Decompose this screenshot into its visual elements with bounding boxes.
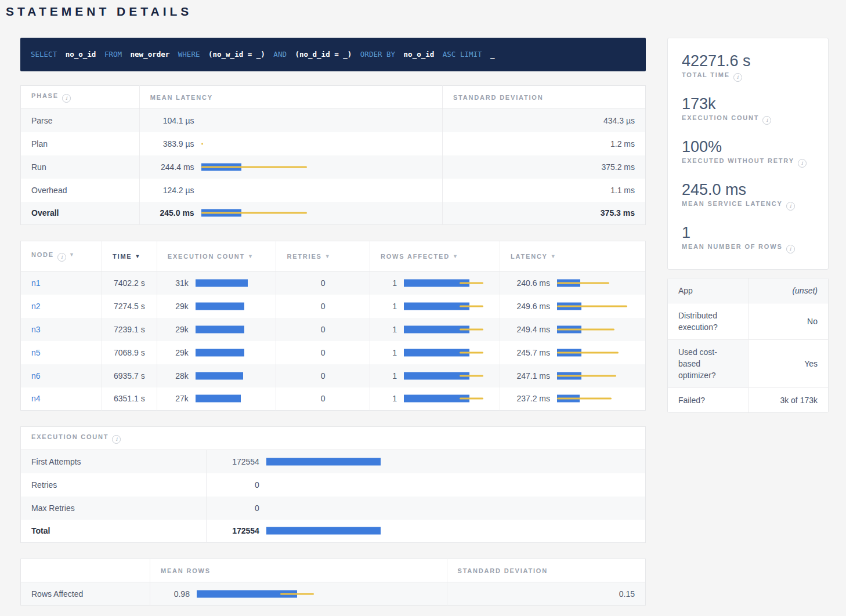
node-table: NODEi▼ TIME▼ EXECUTION COUNT▼ RETRIES▼ R [20, 241, 646, 411]
execution-count-value: 29k [168, 302, 196, 311]
node-row: n5 7068.9 s 29k 0 1 245.7 ms [21, 341, 646, 364]
detail-row: App (unset) [668, 278, 828, 303]
statement-details-panel: App (unset) Distributed execution? No Us… [667, 278, 829, 413]
time-value: 7274.5 s [102, 295, 157, 318]
mean-rows-header: MEAN ROWS [150, 559, 447, 582]
info-icon[interactable]: i [798, 159, 807, 168]
node-row: n4 6351.1 s 27k 0 1 237.2 ms [21, 387, 646, 411]
stat-label: EXECUTED WITHOUT RETRYi [682, 157, 814, 168]
latency-bar [557, 394, 635, 403]
detail-row: Failed? 3k of 173k [668, 388, 828, 413]
execution-count-bar [196, 394, 266, 403]
rows-affected-bar [404, 394, 489, 403]
execution-count-row: Max Retries 0 [21, 497, 646, 520]
info-icon[interactable]: i [733, 73, 742, 82]
statement-details-page: STATEMENT DETAILS SELECT no_o_id FROM ne… [0, 0, 846, 606]
phase-name: Plan [21, 132, 140, 155]
mean-latency-value: 104.1 µs [150, 116, 201, 125]
statement-sql-box: SELECT no_o_id FROM new_order WHERE (no_… [20, 38, 646, 71]
time-value: 7402.2 s [102, 271, 157, 295]
metric-bar [266, 526, 635, 535]
detail-label: Used cost-based optimizer? [668, 340, 748, 388]
metric-value: 0 [217, 503, 266, 513]
stddev-header: STANDARD DEVIATION [447, 559, 646, 582]
node-link[interactable]: n1 [31, 278, 41, 288]
node-header[interactable]: NODEi▼ [21, 241, 102, 271]
stat-value: 100% [682, 138, 814, 155]
rows-affected-bar [404, 302, 489, 311]
metric-label: First Attempts [21, 450, 207, 473]
rows-affected-value: 1 [381, 325, 404, 334]
mean-rows-bar [197, 589, 436, 599]
stat-item: 173k EXECUTION COUNTi [682, 95, 814, 125]
phase-name: Parse [21, 109, 140, 132]
stat-value: 245.0 ms [682, 181, 814, 198]
latency-header[interactable]: LATENCY▼ [500, 241, 646, 271]
retries-value: 0 [276, 341, 370, 364]
retries-value: 0 [276, 364, 370, 387]
sql-token: WHERE [178, 50, 200, 59]
phase-header: PHASEi [21, 86, 140, 109]
mean-latency-value: 124.2 µs [150, 186, 201, 195]
phase-row: Parse 104.1 µs 434.3 µs [21, 109, 646, 132]
phase-row: Overhead 124.2 µs 1.1 ms [21, 179, 646, 202]
mean-latency-header: MEAN LATENCY [139, 86, 442, 109]
sql-token: AND [273, 50, 287, 59]
phase-name: Overall [21, 202, 140, 225]
info-icon[interactable]: i [62, 94, 71, 103]
latency-bar [201, 139, 432, 148]
stddev-whisker [201, 212, 308, 214]
node-link[interactable]: n5 [31, 348, 41, 357]
detail-label: App [668, 278, 748, 303]
node-link[interactable]: n4 [31, 394, 41, 403]
node-row: n1 7402.2 s 31k 0 1 240.6 ms [21, 271, 646, 295]
latency-value: 247.1 ms [511, 371, 557, 381]
time-value: 7068.9 s [102, 341, 157, 364]
stddev-value: 434.3 µs [442, 109, 645, 132]
execution-count-header[interactable]: EXECUTION COUNT▼ [157, 241, 276, 271]
node-link[interactable]: n6 [31, 371, 41, 381]
rows-affected-value: 1 [381, 302, 404, 311]
detail-label: Distributed execution? [668, 303, 748, 340]
stat-item: 42271.6 s TOTAL TIMEi [682, 52, 814, 82]
retries-value: 0 [276, 318, 370, 341]
time-header[interactable]: TIME▼ [102, 241, 157, 271]
metric-value: 172554 [217, 457, 266, 466]
sql-token: FROM [104, 50, 122, 59]
info-icon[interactable]: i [762, 116, 771, 125]
execution-count-table: EXECUTION COUNTi First Attempts 172554 R… [20, 426, 646, 543]
latency-bar [201, 208, 432, 218]
info-icon[interactable]: i [786, 202, 795, 211]
rows-affected-header[interactable]: ROWS AFFECTED▼ [370, 241, 500, 271]
node-link[interactable]: n2 [31, 302, 41, 311]
detail-row: Distributed execution? No [668, 303, 828, 340]
sql-token: (no_w_id = _) [208, 50, 265, 59]
time-value: 6935.7 s [102, 364, 157, 387]
retries-header[interactable]: RETRIES▼ [276, 241, 370, 271]
stddev-value: 1.2 ms [442, 132, 645, 155]
phase-table: PHASEi MEAN LATENCY STANDARD DEVIATION P… [20, 85, 646, 225]
phase-row: Plan 383.9 µs 1.2 ms [21, 132, 646, 155]
execution-count-bar [196, 325, 266, 334]
stddev-value: 375.3 ms [442, 202, 645, 225]
node-row: n3 7239.1 s 29k 0 1 249.4 ms [21, 318, 646, 341]
node-row: n2 7274.5 s 29k 0 1 249.6 ms [21, 295, 646, 318]
info-icon[interactable]: i [112, 435, 121, 444]
node-link[interactable]: n3 [31, 325, 41, 334]
mean-rows-value: 0.98 [161, 589, 197, 599]
info-icon[interactable]: i [786, 245, 795, 253]
summary-stats-panel: 42271.6 s TOTAL TIMEi 173k EXECUTION COU… [667, 38, 829, 270]
stat-label: EXECUTION COUNTi [682, 114, 814, 125]
execution-count-bar [196, 348, 266, 357]
sql-token: no_o_id [404, 50, 435, 59]
phase-name: Overhead [21, 179, 140, 202]
stddev-whisker [201, 143, 203, 144]
time-value: 7239.1 s [102, 318, 157, 341]
stddev-whisker [201, 166, 308, 168]
rows-affected-table: MEAN ROWS STANDARD DEVIATION Rows Affect… [20, 559, 646, 606]
mean-latency-value: 244.4 ms [150, 162, 201, 172]
sort-arrow-icon: ▼ [248, 253, 254, 259]
info-icon[interactable]: i [57, 253, 66, 262]
sql-token: _ [490, 50, 495, 59]
time-value: 6351.1 s [102, 387, 157, 411]
